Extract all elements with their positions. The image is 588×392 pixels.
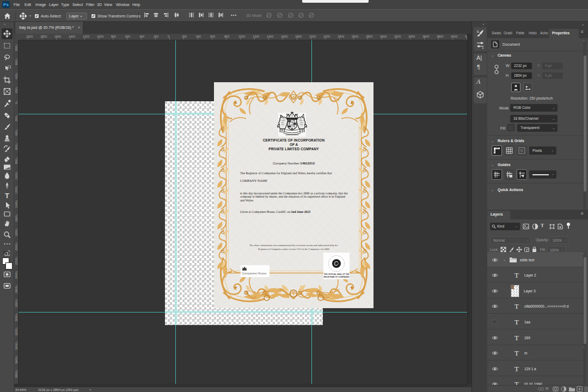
svg-text:T: T [5,192,9,199]
svg-text:E: E [477,30,479,33]
